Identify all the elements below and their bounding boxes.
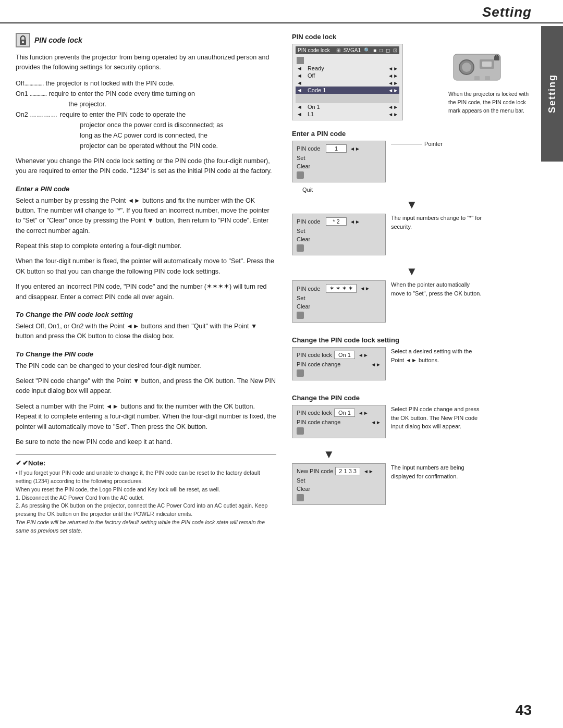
menu-row-off: ◄ Off ◄►	[296, 72, 399, 79]
pin-row-set2: Set	[297, 227, 381, 235]
cs-icon	[297, 369, 304, 377]
projector-note-container: When the projector is locked with the PI…	[448, 44, 532, 115]
arrow-down-2: ▼	[292, 265, 532, 278]
menu-top-bar: PIN code lock ⊞ SVGA1 🔍 ■ □ ◻ ⊡	[296, 46, 399, 54]
pin-row-clear2: Clear	[297, 235, 381, 243]
svg-rect-6	[482, 61, 492, 67]
pin-lock-diagram-content: PIN code lock ⊞ SVGA1 🔍 ■ □ ◻ ⊡	[292, 44, 532, 120]
pin-step3-note: When the pointer automatically move to "…	[391, 280, 485, 298]
pin-lock-diagram-title: PIN code lock	[292, 33, 532, 41]
pin-row-set3: Set	[297, 294, 381, 302]
pin-row-icon	[297, 170, 381, 180]
pin-icon	[297, 171, 304, 179]
svg-rect-8	[485, 76, 490, 80]
cp-new-row4	[297, 493, 381, 502]
note-title: ✔✔Note:	[16, 459, 276, 467]
cp-new-icon	[297, 494, 304, 501]
pin-lock-title: PIN code lock	[34, 36, 82, 44]
option-off: Off............... the projector is not …	[16, 78, 276, 89]
enter-pin-para2: Repeat this step to complete entering a …	[16, 241, 276, 251]
svg-rect-10	[297, 171, 304, 179]
change-setting-note: Select a desired setting with the Point …	[391, 347, 485, 364]
lock-svg-icon	[18, 35, 28, 45]
svg-rect-11	[297, 244, 304, 252]
change-pin-section: To Change the PIN code The PIN code can …	[16, 350, 276, 448]
pin-icon-3	[297, 312, 304, 319]
left-column: PIN code lock This function prevents the…	[16, 33, 276, 535]
change-pin-diagram-row: PIN code lock On 1 ◄► PIN code change ◄►	[292, 405, 532, 442]
enter-pin-para1: Select a number by pressing the Point ◄►…	[16, 196, 276, 237]
pin-row-code2: PIN code * 2 ◄►	[297, 216, 381, 227]
arrow-down-3: ▼	[323, 448, 532, 461]
quit-label: Quit	[302, 187, 386, 193]
option-on1: On1 ............. require to enter the P…	[16, 89, 276, 109]
pin-row-clear3: Clear	[297, 302, 381, 311]
pin-row-code: PIN code 1 ◄►	[297, 143, 381, 154]
pin-dialog-step3: PIN code ✶ ✶ ✶ ✶ ◄► Set Clear	[292, 280, 386, 323]
change-setting-diagram-title: Change the PIN code lock setting	[292, 336, 532, 344]
pin-menu-screenshot: PIN code lock ⊞ SVGA1 🔍 ■ □ ◻ ⊡	[292, 44, 403, 120]
change-pin-title: To Change the PIN code	[16, 350, 276, 358]
enter-pin-para4: If you entered an incorrect PIN code, "P…	[16, 282, 276, 302]
change-pin-para3: Select a number with the Point ◄► button…	[16, 402, 276, 432]
cs-row1: PIN code lock On 1 ◄►	[297, 350, 381, 360]
pin-row-code3: PIN code ✶ ✶ ✶ ✶ ◄►	[297, 283, 381, 294]
cp-new-row1: New PIN code 2 1 3 3 ◄►	[297, 466, 381, 476]
note-bullet-2: When you reset the PIN code, the Logo PI…	[16, 486, 276, 494]
pin-step1: PIN code 1 ◄► Set Clear	[292, 141, 532, 193]
change-pin-dialog-bottom: New PIN code 2 1 3 3 ◄► Set Clear	[292, 463, 386, 505]
change-pin-setting-desc: Select Off, On1, or On2 with the Point ◄…	[16, 322, 276, 342]
pin-lock-diagram: PIN code lock PIN code lock ⊞ SVGA1 🔍 ■ …	[292, 33, 532, 120]
enter-pin-diagram-title: Enter a PIN code	[292, 130, 532, 138]
pin-menu-container: PIN code lock ⊞ SVGA1 🔍 ■ □ ◻ ⊡	[292, 44, 443, 120]
pin-step3: PIN code ✶ ✶ ✶ ✶ ◄► Set Clear	[292, 280, 532, 327]
cp-new-row3: Clear	[297, 485, 381, 493]
cp-row1: PIN code lock On 1 ◄►	[297, 408, 381, 418]
pin-change-note: Whenever you change the PIN code lock se…	[16, 156, 276, 177]
pin-row-icon2	[297, 243, 381, 253]
svg-rect-9	[494, 56, 499, 60]
note-bullet-3: 1. Disconnect the AC Power Cord from the…	[16, 494, 276, 502]
note-bullet-4: 2. As pressing the OK button on the proj…	[16, 502, 276, 519]
svg-rect-13	[297, 369, 304, 377]
cs-row3	[297, 368, 381, 378]
svg-rect-15	[297, 494, 304, 501]
change-pin-diagram-title: Change the PIN code	[292, 394, 532, 402]
menu-row-code1: ◄ Code 1 ◄►	[296, 87, 399, 94]
page-header: Setting	[0, 0, 563, 23]
change-pin-dialog-bottom-row: New PIN code 2 1 3 3 ◄► Set Clear	[292, 463, 532, 509]
pin-row-clear: Clear	[297, 162, 381, 170]
pin-row-icon3	[297, 311, 381, 320]
pin-step2: PIN code * 2 ◄► Set Clear	[292, 214, 532, 260]
arrow-down-1: ▼	[292, 198, 532, 212]
page-title: Setting	[0, 4, 532, 20]
enter-pin-title: Enter a PIN code	[16, 185, 276, 193]
option-on2: On2 ………… require to enter the PIN code t…	[16, 109, 276, 151]
pin-options-list: Off............... the projector is not …	[16, 78, 276, 151]
change-pin-para2: Select "PIN code change" with the Point …	[16, 376, 276, 397]
svg-rect-14	[297, 427, 304, 435]
side-tab: Setting	[541, 26, 563, 162]
pin-step2-note: The input numbers change to "*" for secu…	[391, 214, 485, 231]
menu-row-image	[296, 94, 399, 103]
pin-dialog-step1: PIN code 1 ◄► Set Clear	[292, 141, 386, 182]
menu-row-ready	[296, 56, 399, 65]
change-pin-dialog-top: PIN code lock On 1 ◄► PIN code change ◄►	[292, 405, 386, 438]
menu-row-on1: ◄ On 1 ◄►	[296, 103, 399, 110]
cp-new-row2: Set	[297, 476, 381, 485]
change-setting-dialog: PIN code lock On 1 ◄► PIN code change ◄►	[292, 347, 386, 380]
enter-pin-diagram: Enter a PIN code PIN code 1 ◄► Set	[292, 130, 532, 327]
menu-row-l1: ◄ L1 ◄►	[296, 110, 399, 118]
change-pin-setting-section: To Change the PIN code lock setting Sele…	[16, 311, 276, 342]
right-column: PIN code lock PIN code lock ⊞ SVGA1 🔍 ■ …	[292, 33, 532, 535]
change-setting-row: PIN code lock On 1 ◄► PIN code change ◄►	[292, 347, 532, 385]
enter-pin-section: Enter a PIN code Select a number by pres…	[16, 185, 276, 302]
page-number: 43	[516, 702, 532, 719]
svg-rect-7	[474, 76, 480, 80]
cs-row2: PIN code change ◄►	[297, 360, 381, 368]
change-pin-diagram: Change the PIN code PIN code lock On 1 ◄…	[292, 394, 532, 509]
note-bullet-1: • If you forget your PIN code and unable…	[16, 469, 276, 486]
menu-row-ready-label: ◄ Ready ◄►	[296, 65, 399, 72]
cp-row3	[297, 426, 381, 436]
enter-pin-para3: When the four-digit number is fixed, the…	[16, 256, 276, 277]
